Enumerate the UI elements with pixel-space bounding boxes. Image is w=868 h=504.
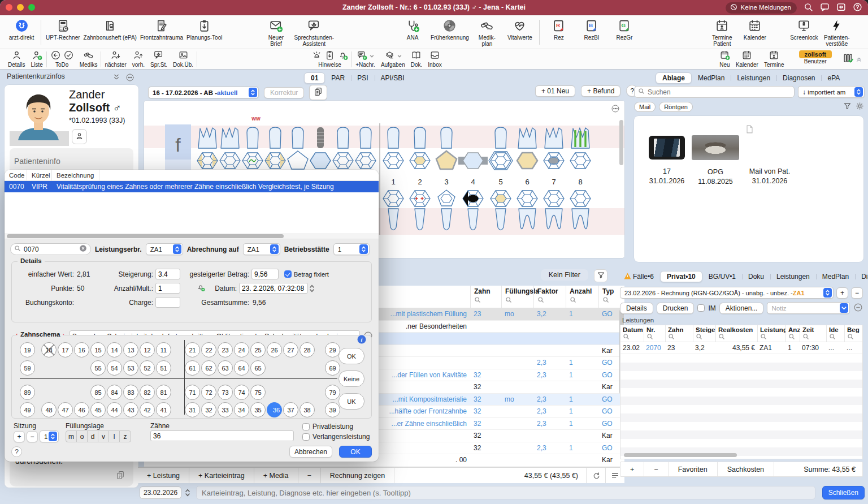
toolbar-item-kalender[interactable]: Kalender bbox=[736, 50, 758, 68]
code-search-field[interactable]: 0070 bbox=[10, 243, 91, 255]
action-rechnung-zeigen[interactable]: Rechnung zeigen bbox=[321, 468, 394, 483]
tab-diagnosen[interactable]: Diagnosen bbox=[776, 73, 821, 83]
tooth-circle-75[interactable]: 75 bbox=[250, 385, 266, 400]
tooth-circle-79[interactable]: 79 bbox=[325, 385, 340, 400]
toolbar-item-dok-[interactable]: Dok. bbox=[411, 50, 423, 68]
tooth-circle-28[interactable]: 28 bbox=[300, 342, 315, 357]
tooth-circle-61[interactable]: 61 bbox=[185, 360, 200, 376]
tab-psi[interactable]: PSI bbox=[351, 73, 374, 83]
invoice-remove-button[interactable]: − bbox=[851, 287, 863, 299]
current-user-badge[interactable]: zollsoft bbox=[799, 50, 832, 58]
code-column-bezeichnung[interactable]: Bezeichnung bbox=[52, 170, 99, 180]
tooth-circle-74[interactable]: 74 bbox=[234, 385, 249, 400]
toolbar-item-zahnbonusheft-epa-[interactable]: Zahnbonusheft (ePA) bbox=[84, 19, 137, 41]
code-row-selected[interactable]: 0070 VIPR Vitalitätsprüfung eines Zahnes… bbox=[5, 181, 379, 192]
charge-input[interactable] bbox=[155, 297, 180, 308]
date-stepper-icon[interactable] bbox=[309, 284, 315, 293]
invoice-add-button[interactable]: + bbox=[836, 287, 848, 299]
tooth-circle-19[interactable]: 19 bbox=[20, 342, 35, 357]
tooth-circle-54[interactable]: 54 bbox=[107, 360, 122, 376]
sort-select[interactable]: ↓ importiert am bbox=[798, 86, 865, 98]
details-button[interactable]: Details bbox=[620, 303, 653, 314]
clear-icon[interactable] bbox=[79, 244, 87, 254]
toolbar-item-medik-[interactable]: Medik-plan bbox=[472, 19, 502, 47]
traffic-light-minimize[interactable] bbox=[17, 4, 24, 11]
xray-thumbnail[interactable] bbox=[649, 136, 685, 160]
tooth-circle-36[interactable]: 36 bbox=[267, 402, 282, 417]
tooth-circle-83[interactable]: 83 bbox=[123, 385, 138, 400]
fuellungslage-option-d[interactable]: d bbox=[88, 431, 98, 442]
betriebsstaette-select[interactable]: 1 bbox=[333, 243, 370, 255]
tooth-circle-31[interactable]: 31 bbox=[185, 402, 200, 417]
tab-epa[interactable]: ePA bbox=[821, 73, 846, 83]
search-icon[interactable] bbox=[804, 2, 813, 14]
tooth-circle-47[interactable]: 47 bbox=[58, 402, 73, 417]
print-button[interactable]: Drucken bbox=[657, 303, 695, 314]
toolbar-item-nächster[interactable]: nächster bbox=[105, 50, 126, 68]
toolbar-item-früherkennung[interactable]: Früherkennung bbox=[431, 19, 469, 47]
copy-befund-button[interactable] bbox=[309, 85, 327, 100]
im-checkbox[interactable] bbox=[697, 304, 705, 312]
toolbar-item-vorh-[interactable]: vorh. bbox=[132, 50, 145, 68]
select-keine-button[interactable]: Keine bbox=[338, 371, 364, 387]
zaehne-input[interactable] bbox=[150, 430, 294, 441]
tooth-circle-72[interactable]: 72 bbox=[201, 385, 216, 400]
tooth-circle-48[interactable]: 48 bbox=[41, 402, 57, 417]
tab-doku[interactable]: Doku bbox=[742, 272, 770, 282]
actions-button[interactable]: Aktionen... bbox=[719, 303, 764, 314]
action--[interactable]: − bbox=[298, 468, 321, 483]
steigerung-input[interactable] bbox=[155, 269, 180, 279]
info-icon[interactable]: i bbox=[357, 334, 367, 346]
tooth-circle-59[interactable]: 59 bbox=[20, 360, 35, 376]
cancel-button[interactable]: Abbrechen bbox=[289, 446, 332, 458]
sidebar-options-icon[interactable] bbox=[125, 73, 134, 84]
toolbar-item-rezbl[interactable]: BRezBl bbox=[577, 19, 606, 41]
sitzung-minus-button[interactable]: − bbox=[27, 431, 38, 442]
column-header-anz[interactable]: Anz bbox=[785, 325, 800, 342]
tooth-circle-43[interactable]: 43 bbox=[123, 402, 138, 417]
tooth-circle-55[interactable]: 55 bbox=[90, 360, 106, 376]
fuellungslage-option-l[interactable]: l bbox=[109, 431, 120, 442]
tooth-circle-33[interactable]: 33 bbox=[218, 402, 233, 417]
toolbar-item-neuer[interactable]: NeuerBrief bbox=[261, 19, 290, 47]
action--leistung[interactable]: + Leistung bbox=[138, 468, 189, 483]
column-header-anzahl[interactable]: Anzahl bbox=[566, 286, 598, 308]
select-uk-button[interactable]: UK bbox=[338, 393, 364, 410]
traffic-light-zoom[interactable] bbox=[28, 4, 35, 11]
toolbar-item-ana[interactable]: ANA bbox=[398, 19, 427, 47]
gesteigerter-betrag-input[interactable] bbox=[251, 269, 279, 279]
remove-leistung-button[interactable]: − bbox=[644, 462, 668, 476]
tooth-circle-45[interactable]: 45 bbox=[90, 402, 106, 417]
leistungserbringer-select[interactable]: ZA1 bbox=[146, 243, 183, 255]
close-button[interactable]: Schließen bbox=[822, 486, 865, 499]
code-column-kürzel[interactable]: Kürzel bbox=[27, 170, 52, 180]
tooth-circle-63[interactable]: 63 bbox=[218, 360, 233, 376]
toolbar-item-neu[interactable]: Neu bbox=[719, 50, 730, 68]
favoriten-button[interactable]: Favoriten bbox=[669, 462, 718, 476]
toolbar-item-liste[interactable]: Liste bbox=[31, 50, 43, 68]
toolbar-item-rez[interactable]: RRez bbox=[544, 19, 574, 41]
new-01-button[interactable]: + 01 Neu bbox=[535, 85, 575, 97]
tooth-circle-84[interactable]: 84 bbox=[107, 385, 122, 400]
tooth-circle-35[interactable]: 35 bbox=[250, 402, 266, 417]
code-column-code[interactable]: Code bbox=[5, 170, 27, 180]
column-header-faktor[interactable]: Faktor bbox=[533, 286, 566, 308]
billing-row[interactable]: 23.022070233,243,55 €ZA1107:30...... bbox=[620, 342, 862, 354]
tooth-circle-81[interactable]: 81 bbox=[156, 385, 171, 400]
ok-button[interactable]: OK bbox=[339, 446, 372, 458]
column-header-datum[interactable]: Datum bbox=[620, 325, 644, 342]
fuellungslage-option-o[interactable]: o bbox=[77, 431, 88, 442]
new-befund-button[interactable]: + Befund bbox=[581, 85, 620, 97]
add-leistung-button[interactable]: + bbox=[620, 462, 644, 476]
chart-scrollbar[interactable] bbox=[619, 120, 623, 165]
column-header-leistungs[interactable]: Leistungs bbox=[757, 325, 785, 342]
fuellungslage-option-v[interactable]: v bbox=[98, 431, 109, 442]
tooth-circle-29[interactable]: 29 bbox=[325, 342, 340, 357]
funnel-icon[interactable] bbox=[843, 102, 852, 112]
tooth-circle-11[interactable]: 11 bbox=[156, 342, 171, 357]
filter-chip-mail[interactable]: Mail bbox=[634, 102, 656, 112]
sachkosten-button[interactable]: Sachkosten bbox=[718, 462, 774, 476]
tooth-circle-65[interactable]: 65 bbox=[250, 360, 266, 376]
toolbar-item-screenlock[interactable]: Screenlock bbox=[789, 19, 819, 47]
tooth-circle-15[interactable]: 15 bbox=[90, 342, 106, 357]
